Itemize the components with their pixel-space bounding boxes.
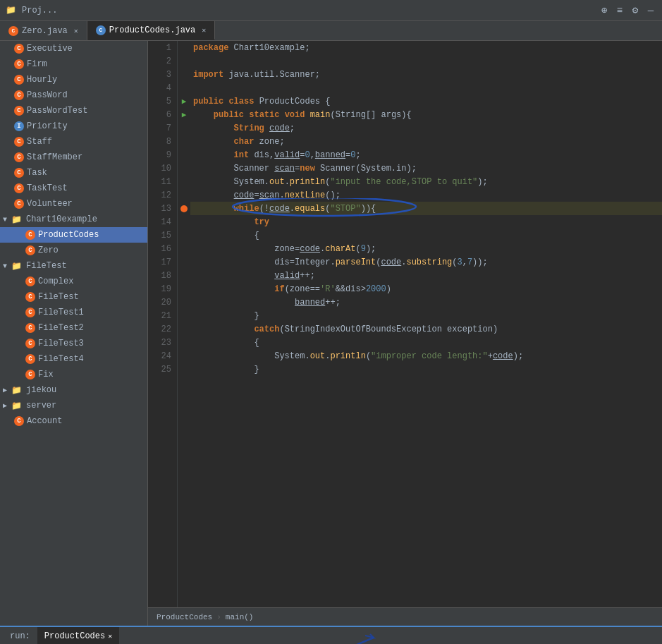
bottom-tab-close[interactable]: ✕ <box>108 632 112 640</box>
chart10-arrow-icon: ▼ <box>3 216 7 224</box>
sidebar-item-filetest3-label: FileTest3 <box>38 339 84 348</box>
sidebar-item-zero[interactable]: C Zero <box>0 243 147 258</box>
sidebar-item-complex[interactable]: C Complex <box>0 274 147 289</box>
code-line-20: banned++; <box>190 296 662 309</box>
staffmember-class-icon: C <box>14 152 24 162</box>
code-line-12: code=scan.nextLine(); <box>190 188 662 202</box>
sidebar-group-chart10[interactable]: ▼ 📁 Chart10example <box>0 212 147 227</box>
sidebar-item-filetest1-label: FileTest1 <box>38 308 84 317</box>
sidebar-item-staffmember[interactable]: C StaffMember <box>0 150 147 165</box>
main-layout: C Executive C Firm C Hourly C PassWord C… <box>0 41 662 626</box>
code-line-10: Scanner scan=new Scanner(System.in); <box>190 162 662 175</box>
breadcrumb-main[interactable]: main() <box>226 613 254 621</box>
sidebar-item-filetest3[interactable]: C FileTest3 <box>0 336 147 351</box>
sidebar-item-fix[interactable]: C Fix <box>0 367 147 382</box>
sidebar-item-filetest-label: FileTest <box>38 292 79 302</box>
tab-productcodes-close[interactable]: ✕ <box>202 26 206 35</box>
code-line-19: if(zone=='R'&&dis>2000) <box>190 282 662 296</box>
code-editor: 12345 678910 1112131415 1617181920 21222… <box>148 41 662 607</box>
account-class-icon: C <box>14 416 24 426</box>
tab-productcodes[interactable]: C ProductCodes.java ✕ <box>87 21 215 40</box>
refresh-icon[interactable]: ⊕ <box>599 5 610 16</box>
productcodes-class-icon: C <box>25 230 35 240</box>
code-line-18: valid++; <box>190 269 662 282</box>
sidebar-item-filetest1[interactable]: C FileTest1 <box>0 305 147 320</box>
sidebar-item-staff[interactable]: C Staff <box>0 134 147 150</box>
priority-class-icon: I <box>14 121 24 131</box>
productcodes-java-icon: C <box>96 25 106 35</box>
code-line-1: package Chart10example; <box>190 41 662 54</box>
breadcrumb-sep: › <box>216 613 221 621</box>
sidebar-group-filetest[interactable]: ▼ 📁 FileTest <box>0 258 147 274</box>
sidebar-item-account-label: Account <box>27 416 62 426</box>
code-line-11: System.out.println("input the code,STOP … <box>190 175 662 188</box>
jiekou-arrow-icon: ▶ <box>3 386 7 394</box>
code-line-4 <box>190 81 662 95</box>
sidebar-item-passwordtest[interactable]: C PassWordTest <box>0 103 147 119</box>
sidebar-item-filetest4[interactable]: C FileTest4 <box>0 351 147 367</box>
sidebar-item-executive[interactable]: C Executive <box>0 41 147 56</box>
project-icon: 📁 <box>6 5 16 16</box>
sidebar-item-filetest[interactable]: C FileTest <box>0 289 147 305</box>
code-line-13: while(!code.equals("STOP")){ <box>190 202 662 215</box>
bottom-tab-run[interactable]: run: <box>3 627 37 644</box>
fix-class-icon: C <box>25 370 35 379</box>
code-line-17: dis=Integer.parseInt(code.substring(3,7)… <box>190 255 662 269</box>
sidebar-item-productcodes-label: ProductCodes <box>38 230 99 240</box>
sidebar-item-firm[interactable]: C Firm <box>0 56 147 72</box>
gutter: ▶ ▶ <box>178 41 190 607</box>
sidebar-item-fix-label: Fix <box>38 370 54 379</box>
tab-zero[interactable]: C Zero.java ✕ <box>0 21 87 40</box>
tab-zero-close[interactable]: ✕ <box>74 27 78 35</box>
code-line-23: { <box>190 336 662 349</box>
sidebar-item-filetest2-label: FileTest2 <box>38 323 84 333</box>
filetest-arrow-icon: ▼ <box>3 262 7 270</box>
code-content[interactable]: package Chart10example; import java.util… <box>190 41 662 607</box>
gear-icon[interactable]: ⚙ <box>630 5 641 16</box>
sidebar-group-server[interactable]: ▶ 📁 server <box>0 398 147 413</box>
code-line-16: zone=code.charAt(9); <box>190 242 662 255</box>
sidebar-item-firm-label: Firm <box>27 59 47 69</box>
jiekou-folder-icon: 📁 <box>11 385 22 396</box>
task-class-icon: C <box>14 168 24 178</box>
tab-productcodes-label: ProductCodes.java <box>109 25 195 35</box>
bottom-tab-productcodes[interactable]: ProductCodes ✕ <box>37 627 119 644</box>
code-line-9: int dis,valid=0,banned=0; <box>190 148 662 162</box>
sidebar-group-server-label: server <box>26 401 56 411</box>
sidebar-item-passwordtest-label: PassWordTest <box>27 106 87 116</box>
minimize-icon[interactable]: — <box>645 5 656 16</box>
sidebar: C Executive C Firm C Hourly C PassWord C… <box>0 41 148 626</box>
sidebar-group-jiekou[interactable]: ▶ 📁 jiekou <box>0 382 147 398</box>
code-line-25: } <box>190 363 662 376</box>
passwordtest-class-icon: C <box>14 106 24 116</box>
sidebar-item-filetest2[interactable]: C FileTest2 <box>0 320 147 336</box>
sidebar-item-productcodes[interactable]: C ProductCodes <box>0 227 147 243</box>
sidebar-item-hourly[interactable]: C Hourly <box>0 72 147 87</box>
sidebar-item-password[interactable]: C PassWord <box>0 87 147 103</box>
sidebar-item-priority[interactable]: I Priority <box>0 119 147 134</box>
code-line-14: try <box>190 215 662 229</box>
sidebar-item-task[interactable]: C Task <box>0 165 147 181</box>
sidebar-group-filetest-label: FileTest <box>26 261 67 271</box>
staff-class-icon: C <box>14 137 24 147</box>
zero-java-icon: C <box>8 26 18 36</box>
sidebar-item-tasktest[interactable]: C TaskTest <box>0 181 147 196</box>
run-arrow-5[interactable]: ▶ <box>182 97 187 106</box>
code-line-2 <box>190 54 662 68</box>
sidebar-item-account[interactable]: C Account <box>0 413 147 429</box>
sidebar-item-volunteer[interactable]: C Volunteer <box>0 196 147 212</box>
code-line-15: { <box>190 229 662 242</box>
settings-small-icon[interactable]: ≡ <box>614 5 625 16</box>
top-bar-title: Proj... <box>22 6 57 16</box>
run-arrow-6[interactable]: ▶ <box>182 110 187 119</box>
hourly-class-icon: C <box>14 75 24 85</box>
zero-class-icon: C <box>25 245 35 255</box>
sidebar-item-staffmember-label: StaffMember <box>27 152 82 162</box>
breadcrumb-productcodes[interactable]: ProductCodes <box>157 613 212 621</box>
volunteer-class-icon: C <box>14 199 24 209</box>
code-line-22: catch(StringIndexOutOfBoundsException ex… <box>190 322 662 336</box>
line-numbers: 12345 678910 1112131415 1617181920 21222… <box>148 41 178 607</box>
filetest-class-icon: C <box>25 292 35 302</box>
code-line-21: } <box>190 309 662 322</box>
complex-class-icon: C <box>25 277 35 286</box>
